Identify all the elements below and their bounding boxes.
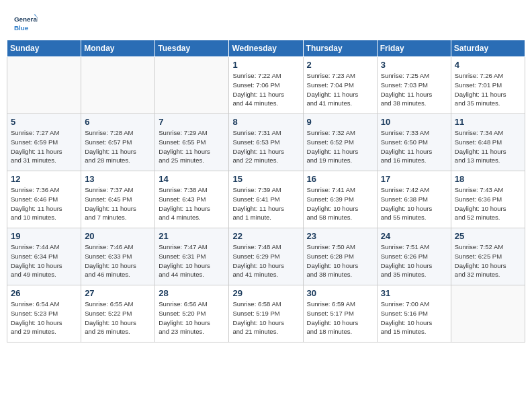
day-number: 21 bbox=[159, 231, 225, 241]
calendar-cell: 3Sunrise: 7:25 AM Sunset: 7:03 PM Daylig… bbox=[377, 57, 451, 114]
calendar-cell: 14Sunrise: 7:38 AM Sunset: 6:43 PM Dayli… bbox=[155, 171, 229, 228]
svg-text:General: General bbox=[14, 15, 38, 23]
day-info: Sunrise: 7:41 AM Sunset: 6:39 PM Dayligh… bbox=[307, 185, 373, 222]
day-info: Sunrise: 6:56 AM Sunset: 5:20 PM Dayligh… bbox=[159, 300, 225, 336]
day-number: 12 bbox=[11, 174, 77, 184]
weekday-header: Monday bbox=[81, 40, 155, 57]
day-info: Sunrise: 7:47 AM Sunset: 6:31 PM Dayligh… bbox=[159, 242, 225, 279]
weekday-header: Wednesday bbox=[229, 40, 303, 57]
calendar-cell: 9Sunrise: 7:32 AM Sunset: 6:52 PM Daylig… bbox=[303, 114, 377, 171]
day-info: Sunrise: 7:42 AM Sunset: 6:38 PM Dayligh… bbox=[381, 185, 447, 222]
calendar-cell: 1Sunrise: 7:22 AM Sunset: 7:06 PM Daylig… bbox=[229, 57, 303, 114]
day-number: 26 bbox=[11, 288, 77, 298]
day-number: 22 bbox=[232, 231, 299, 241]
day-number: 27 bbox=[85, 288, 151, 298]
calendar-week-row: 5Sunrise: 7:27 AM Sunset: 6:59 PM Daylig… bbox=[7, 114, 525, 171]
calendar-cell: 4Sunrise: 7:26 AM Sunset: 7:01 PM Daylig… bbox=[451, 57, 525, 114]
day-number: 16 bbox=[307, 174, 373, 184]
day-number: 17 bbox=[381, 174, 447, 184]
day-number: 15 bbox=[232, 174, 299, 184]
calendar-cell: 25Sunrise: 7:52 AM Sunset: 6:25 PM Dayli… bbox=[451, 228, 525, 285]
calendar-cell: 5Sunrise: 7:27 AM Sunset: 6:59 PM Daylig… bbox=[7, 114, 81, 171]
calendar-cell: 2Sunrise: 7:23 AM Sunset: 7:04 PM Daylig… bbox=[303, 57, 377, 114]
calendar-cell: 8Sunrise: 7:31 AM Sunset: 6:53 PM Daylig… bbox=[229, 114, 303, 171]
day-info: Sunrise: 7:31 AM Sunset: 6:53 PM Dayligh… bbox=[232, 128, 299, 165]
calendar-week-row: 1Sunrise: 7:22 AM Sunset: 7:06 PM Daylig… bbox=[7, 57, 525, 114]
day-info: Sunrise: 7:34 AM Sunset: 6:48 PM Dayligh… bbox=[455, 128, 521, 165]
day-number: 28 bbox=[159, 288, 225, 298]
day-info: Sunrise: 7:51 AM Sunset: 6:26 PM Dayligh… bbox=[381, 242, 447, 279]
svg-text:Blue: Blue bbox=[14, 24, 29, 32]
calendar-cell bbox=[451, 285, 525, 342]
day-number: 23 bbox=[307, 231, 373, 241]
calendar-week-row: 12Sunrise: 7:36 AM Sunset: 6:46 PM Dayli… bbox=[7, 171, 525, 228]
calendar-week-row: 19Sunrise: 7:44 AM Sunset: 6:34 PM Dayli… bbox=[7, 228, 525, 285]
day-number: 2 bbox=[307, 60, 373, 70]
day-number: 10 bbox=[381, 117, 447, 127]
day-number: 11 bbox=[455, 117, 521, 127]
day-info: Sunrise: 6:55 AM Sunset: 5:22 PM Dayligh… bbox=[85, 300, 151, 336]
day-info: Sunrise: 7:22 AM Sunset: 7:06 PM Dayligh… bbox=[232, 71, 299, 108]
day-number: 24 bbox=[381, 231, 447, 241]
day-info: Sunrise: 6:58 AM Sunset: 5:19 PM Dayligh… bbox=[232, 300, 299, 336]
day-number: 13 bbox=[85, 174, 151, 184]
day-info: Sunrise: 7:38 AM Sunset: 6:43 PM Dayligh… bbox=[159, 185, 225, 222]
calendar-cell: 15Sunrise: 7:39 AM Sunset: 6:41 PM Dayli… bbox=[229, 171, 303, 228]
calendar-cell: 26Sunrise: 6:54 AM Sunset: 5:23 PM Dayli… bbox=[7, 285, 81, 342]
calendar-week-row: 26Sunrise: 6:54 AM Sunset: 5:23 PM Dayli… bbox=[7, 285, 525, 342]
day-number: 25 bbox=[455, 231, 521, 241]
calendar-cell: 19Sunrise: 7:44 AM Sunset: 6:34 PM Dayli… bbox=[7, 228, 81, 285]
day-number: 31 bbox=[381, 288, 447, 298]
day-info: Sunrise: 7:27 AM Sunset: 6:59 PM Dayligh… bbox=[11, 128, 77, 165]
calendar-cell: 7Sunrise: 7:29 AM Sunset: 6:55 PM Daylig… bbox=[155, 114, 229, 171]
calendar-cell: 27Sunrise: 6:55 AM Sunset: 5:22 PM Dayli… bbox=[81, 285, 155, 342]
weekday-header: Sunday bbox=[7, 40, 81, 57]
day-number: 14 bbox=[159, 174, 225, 184]
day-info: Sunrise: 7:33 AM Sunset: 6:50 PM Dayligh… bbox=[381, 128, 447, 165]
day-info: Sunrise: 7:43 AM Sunset: 6:36 PM Dayligh… bbox=[455, 185, 521, 222]
logo: General Blue bbox=[13, 12, 38, 36]
day-info: Sunrise: 7:44 AM Sunset: 6:34 PM Dayligh… bbox=[11, 242, 77, 279]
day-info: Sunrise: 7:00 AM Sunset: 5:16 PM Dayligh… bbox=[381, 300, 447, 336]
day-info: Sunrise: 7:52 AM Sunset: 6:25 PM Dayligh… bbox=[455, 242, 521, 279]
calendar-cell: 21Sunrise: 7:47 AM Sunset: 6:31 PM Dayli… bbox=[155, 228, 229, 285]
weekday-header: Friday bbox=[377, 40, 451, 57]
calendar-cell: 31Sunrise: 7:00 AM Sunset: 5:16 PM Dayli… bbox=[377, 285, 451, 342]
calendar-cell bbox=[7, 57, 81, 114]
day-number: 30 bbox=[307, 288, 373, 298]
calendar-cell: 20Sunrise: 7:46 AM Sunset: 6:33 PM Dayli… bbox=[81, 228, 155, 285]
calendar-cell: 18Sunrise: 7:43 AM Sunset: 6:36 PM Dayli… bbox=[451, 171, 525, 228]
calendar-cell: 28Sunrise: 6:56 AM Sunset: 5:20 PM Dayli… bbox=[155, 285, 229, 342]
day-info: Sunrise: 7:50 AM Sunset: 6:28 PM Dayligh… bbox=[307, 242, 373, 279]
weekday-header: Tuesday bbox=[155, 40, 229, 57]
logo-icon: General Blue bbox=[13, 12, 38, 36]
day-info: Sunrise: 7:36 AM Sunset: 6:46 PM Dayligh… bbox=[11, 185, 77, 222]
calendar-cell: 12Sunrise: 7:36 AM Sunset: 6:46 PM Dayli… bbox=[7, 171, 81, 228]
day-info: Sunrise: 7:25 AM Sunset: 7:03 PM Dayligh… bbox=[381, 71, 447, 108]
calendar-cell: 10Sunrise: 7:33 AM Sunset: 6:50 PM Dayli… bbox=[377, 114, 451, 171]
day-info: Sunrise: 7:46 AM Sunset: 6:33 PM Dayligh… bbox=[85, 242, 151, 279]
calendar-cell: 13Sunrise: 7:37 AM Sunset: 6:45 PM Dayli… bbox=[81, 171, 155, 228]
day-number: 19 bbox=[11, 231, 77, 241]
day-number: 6 bbox=[85, 117, 151, 127]
calendar-cell: 30Sunrise: 6:59 AM Sunset: 5:17 PM Dayli… bbox=[303, 285, 377, 342]
calendar-cell: 11Sunrise: 7:34 AM Sunset: 6:48 PM Dayli… bbox=[451, 114, 525, 171]
day-info: Sunrise: 7:26 AM Sunset: 7:01 PM Dayligh… bbox=[455, 71, 521, 108]
calendar-cell: 24Sunrise: 7:51 AM Sunset: 6:26 PM Dayli… bbox=[377, 228, 451, 285]
day-number: 5 bbox=[11, 117, 77, 127]
day-number: 7 bbox=[159, 117, 225, 127]
day-number: 1 bbox=[232, 60, 299, 70]
calendar-cell: 6Sunrise: 7:28 AM Sunset: 6:57 PM Daylig… bbox=[81, 114, 155, 171]
weekday-header: Thursday bbox=[303, 40, 377, 57]
day-info: Sunrise: 7:29 AM Sunset: 6:55 PM Dayligh… bbox=[159, 128, 225, 165]
calendar-cell: 17Sunrise: 7:42 AM Sunset: 6:38 PM Dayli… bbox=[377, 171, 451, 228]
day-info: Sunrise: 7:32 AM Sunset: 6:52 PM Dayligh… bbox=[307, 128, 373, 165]
calendar-cell: 23Sunrise: 7:50 AM Sunset: 6:28 PM Dayli… bbox=[303, 228, 377, 285]
day-number: 29 bbox=[232, 288, 299, 298]
header-row: SundayMondayTuesdayWednesdayThursdayFrid… bbox=[7, 40, 525, 57]
day-info: Sunrise: 7:37 AM Sunset: 6:45 PM Dayligh… bbox=[85, 185, 151, 222]
calendar-cell bbox=[81, 57, 155, 114]
day-number: 9 bbox=[307, 117, 373, 127]
day-number: 8 bbox=[232, 117, 299, 127]
day-info: Sunrise: 6:59 AM Sunset: 5:17 PM Dayligh… bbox=[307, 300, 373, 336]
